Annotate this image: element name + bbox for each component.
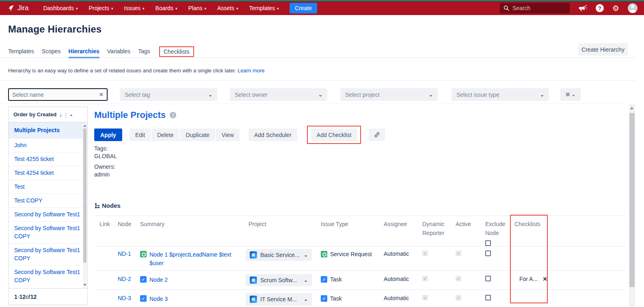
list-item[interactable]: Second by Software Test1 [9, 208, 87, 222]
checklist-name[interactable]: For A... [519, 276, 538, 282]
tab-variables[interactable]: Variables [107, 48, 130, 54]
navbar: Jira Dashboards▾ Projects▾ Issues▾ Board… [0, 1, 644, 15]
hierarchy-title: Multiple Projects [94, 110, 166, 120]
hierarchy-tree-icon [95, 203, 100, 209]
cell-node: ND-1 [118, 250, 140, 257]
megaphone-icon[interactable] [578, 4, 587, 12]
action-buttons: Apply Edit Delete Duplicate View Add Sch… [94, 128, 385, 141]
tab-scopes[interactable]: Scopes [42, 48, 61, 54]
edit-button[interactable]: Edit [130, 128, 151, 141]
chevron-down-icon: ▾ [111, 6, 113, 11]
node-key-link[interactable]: ND-2 [118, 276, 131, 282]
clear-icon[interactable]: ✕ [97, 91, 104, 98]
list-item[interactable]: Second by Software Test1 COPY [9, 266, 87, 284]
list-item[interactable]: Test 4255 ticket [9, 152, 87, 166]
node-summary-link[interactable]: Node 2 [149, 276, 168, 284]
view-button[interactable]: View [216, 128, 240, 141]
select-name-input[interactable] [12, 91, 97, 98]
create-button[interactable]: Create [290, 3, 317, 13]
scroll-up-icon[interactable] [83, 124, 86, 127]
order-by-label[interactable]: Order by Created [13, 111, 56, 118]
tab-templates[interactable]: Templates [8, 48, 34, 54]
list-options-menu-button[interactable]: ≡ ⌄ [560, 88, 581, 101]
select-tag-dropdown[interactable]: Select tag ⌄ [120, 88, 217, 101]
list-item[interactable]: Second by Software Test1 COPY [9, 222, 87, 244]
apply-button[interactable]: Apply [94, 128, 122, 141]
owners-value: admin [94, 171, 117, 179]
list-item[interactable]: John [9, 139, 87, 152]
chevron-down-icon: ⌄ [208, 92, 212, 97]
learn-more-link[interactable]: Learn more [238, 67, 264, 74]
cell-project: Scrum Softw... ⌄ [249, 276, 321, 286]
scroll-down-icon[interactable] [83, 284, 86, 286]
info-icon[interactable]: i [170, 112, 176, 118]
tab-hierarchies[interactable]: Hierarchies [69, 48, 99, 54]
cell-assignee: Automatic [384, 295, 422, 301]
navbar-search[interactable] [500, 3, 570, 13]
nav-item-dashboards[interactable]: Dashboards▾ [43, 5, 78, 11]
column-header-project: Project [249, 220, 321, 246]
task-icon: ✓ [140, 276, 147, 283]
nav-item-boards[interactable]: Boards▾ [156, 5, 177, 11]
node-summary-link[interactable]: Node 3 [149, 295, 168, 303]
delete-button[interactable]: Delete [151, 128, 179, 141]
select-project-dropdown[interactable]: Select project ⌄ [340, 88, 438, 101]
nodes-section-header: Nodes [95, 202, 121, 209]
active-checkbox: ✓ [456, 295, 461, 300]
create-hierarchy-button[interactable]: Create Hierarchy [578, 43, 628, 56]
help-icon[interactable]: ? [596, 4, 604, 12]
scroll-up-icon[interactable] [630, 107, 633, 109]
page-scrollbar[interactable] [629, 104, 635, 307]
list-item[interactable]: Second by Software Test1 COPY [9, 244, 87, 266]
cell-assignee: Automatic [384, 250, 422, 257]
node-key-link[interactable]: ND-3 [118, 295, 131, 301]
scrollbar-thumb[interactable] [83, 128, 86, 263]
jira-logo[interactable]: Jira [6, 4, 28, 12]
nav-item-plans[interactable]: Plans▾ [188, 5, 206, 11]
project-dropdown[interactable]: IT Service M... ⌄ [246, 293, 312, 305]
duplicate-button[interactable]: Duplicate [180, 128, 215, 141]
hierarchy-detail: Multiple Projects i Apply Edit Delete Du… [94, 104, 625, 307]
active-checkbox: ✓ [456, 276, 461, 281]
project-dropdown[interactable]: Scrum Softw... ⌄ [246, 274, 312, 286]
sort-descending-icon[interactable]: ↓ [59, 111, 62, 118]
owners-label: Owners: [94, 163, 117, 171]
exclude-node-checkbox[interactable] [485, 295, 491, 300]
scrollbar-thumb[interactable] [629, 113, 635, 287]
table-row: ND-1 Node 1 $projectLeadName $text $user… [94, 246, 625, 270]
dynamic-reporter-checkbox: ✓ [422, 276, 428, 281]
remove-checklist-icon[interactable]: ✕ [542, 276, 547, 282]
hierarchy-list-panel: Order by Created ↓ | ⌄ Multiple Projects… [8, 107, 88, 305]
list-scrollbar[interactable] [83, 123, 87, 288]
cell-issue-type: ✓ Task [321, 276, 384, 283]
list-item[interactable]: Test [9, 180, 87, 194]
task-icon: ✓ [321, 295, 327, 302]
chevron-down-icon[interactable]: ⌄ [69, 112, 73, 117]
nav-item-assets[interactable]: Assets▾ [217, 5, 238, 11]
chevron-down-icon: ⌄ [304, 278, 308, 283]
service-request-icon [140, 251, 147, 257]
user-avatar[interactable] [628, 3, 638, 13]
gear-icon[interactable]: ⚙ [612, 4, 619, 12]
search-input[interactable] [512, 5, 561, 11]
add-checklist-button[interactable]: Add Checklist [311, 128, 357, 141]
permalink-button[interactable] [369, 128, 385, 141]
tab-checklists[interactable]: Checklists [164, 48, 190, 55]
select-owner-dropdown[interactable]: Select owner ⌄ [230, 88, 327, 101]
cell-summary: ✓ Node 3 [140, 295, 249, 303]
exclude-all-checkbox[interactable] [485, 240, 491, 246]
list-item[interactable]: Test COPY [9, 194, 87, 208]
add-scheduler-button[interactable]: Add Scheduler [249, 128, 297, 141]
node-key-link[interactable]: ND-1 [118, 250, 131, 257]
nav-item-issues[interactable]: Issues▾ [124, 5, 145, 11]
exclude-node-checkbox[interactable] [485, 250, 491, 256]
nav-item-projects[interactable]: Projects▾ [89, 5, 113, 11]
list-item[interactable]: Multiple Projects [9, 122, 87, 139]
nav-item-templates[interactable]: Templates▾ [249, 5, 279, 11]
node-summary-link[interactable]: Node 1 $projectLeadName $text $user [149, 250, 240, 268]
list-item[interactable]: Test 4254 ticket [9, 166, 87, 180]
project-dropdown[interactable]: Basic Service... ⌄ [246, 249, 312, 261]
tab-tags[interactable]: Tags [138, 48, 150, 54]
select-issue-type-dropdown[interactable]: Select issue type ⌄ [452, 88, 549, 101]
exclude-node-checkbox[interactable] [485, 276, 491, 281]
